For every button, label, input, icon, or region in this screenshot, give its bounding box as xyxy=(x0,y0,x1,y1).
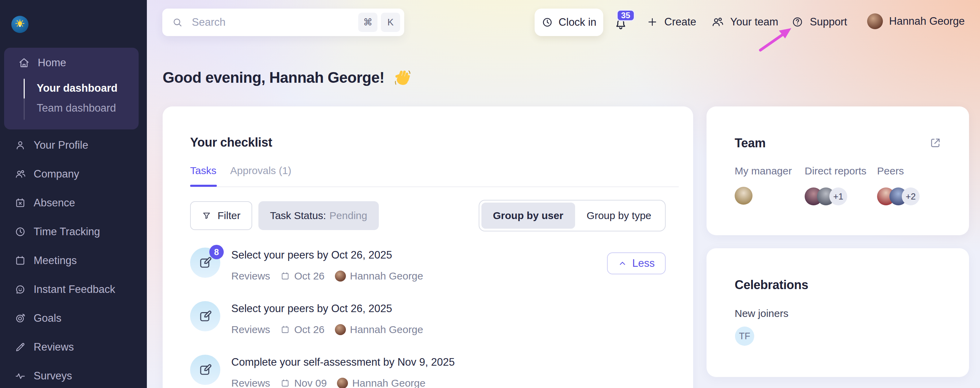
sidebar-nav: Your Profile Company Abs xyxy=(0,131,147,388)
users-icon xyxy=(711,16,724,29)
tab-tasks[interactable]: Tasks xyxy=(190,165,216,177)
dashboard-page: Home Your dashboard Team dashboard Your … xyxy=(0,0,980,388)
my-manager-avatars xyxy=(735,187,805,206)
group-by-user-segment[interactable]: Group by user xyxy=(481,203,575,229)
task-list: 8 Select your peers by Oct 26, 2025 Revi… xyxy=(190,247,666,388)
task-status-label: Task Status: xyxy=(270,210,326,222)
calendar-icon xyxy=(280,378,290,388)
group-by-type-segment[interactable]: Group by type xyxy=(575,203,663,229)
sidebar-item-label: Reviews xyxy=(33,341,74,353)
tabs-divider xyxy=(190,187,679,187)
avatar[interactable] xyxy=(735,187,752,204)
pencil-icon xyxy=(14,341,26,353)
sidebar-home-group: Home Your dashboard Team dashboard xyxy=(4,48,138,129)
task-row: Select your peers by Oct 26, 2025 Review… xyxy=(190,301,666,335)
chevron-up-icon xyxy=(618,259,627,268)
sidebar-item-goals[interactable]: Goals xyxy=(0,304,147,333)
support-button[interactable]: Support xyxy=(791,14,847,30)
celebrations-title: Celebrations xyxy=(735,278,808,292)
peers-more-chip[interactable]: +2 xyxy=(902,187,920,205)
sidebar-item-label: Surveys xyxy=(33,370,72,382)
greeting: Good evening, Hannah George! xyxy=(163,69,411,86)
team-avatar-row: +1 +2 xyxy=(735,187,948,206)
notifications-count-badge[interactable]: 35 xyxy=(617,10,635,21)
subnav-rail-active xyxy=(24,79,25,99)
task-title[interactable]: Select your peers by Oct 26, 2025 xyxy=(231,249,423,261)
task-category: Reviews xyxy=(231,377,270,388)
task-body: Select your peers by Oct 26, 2025 Review… xyxy=(231,247,423,282)
target-icon xyxy=(14,313,26,324)
calendar-icon xyxy=(280,271,290,281)
activity-icon xyxy=(14,370,26,382)
avatar xyxy=(337,378,348,388)
sidebar-item-your-profile[interactable]: Your Profile xyxy=(0,131,147,160)
sidebar-item-time-tracking[interactable]: Time Tracking xyxy=(0,217,147,246)
new-joiner-avatar[interactable]: TF xyxy=(735,327,754,346)
create-button[interactable]: Create xyxy=(646,14,696,30)
sidebar-item-home[interactable]: Home xyxy=(18,53,66,73)
collapse-less-button[interactable]: Less xyxy=(607,252,666,275)
calendar-x-icon xyxy=(14,197,26,209)
edit-square-icon xyxy=(190,355,220,385)
sidebar-item-instant-feedback[interactable]: Instant Feedback xyxy=(0,275,147,304)
direct-reports-more-chip[interactable]: +1 xyxy=(829,187,847,205)
external-link-icon[interactable] xyxy=(929,137,942,149)
sidebar-item-team-dashboard[interactable]: Team dashboard xyxy=(37,99,116,118)
new-joiners-label: New joiners xyxy=(735,308,789,319)
user-icon xyxy=(14,139,26,151)
clock-in-label: Clock in xyxy=(558,16,597,29)
sidebar-item-meetings[interactable]: Meetings xyxy=(0,246,147,275)
avatar xyxy=(867,13,883,29)
task-status-chip[interactable]: Task Status: Pending xyxy=(258,201,379,230)
app-logo[interactable] xyxy=(11,16,29,33)
clock-icon xyxy=(14,226,26,238)
task-status-value: Pending xyxy=(329,210,367,222)
calendar-icon xyxy=(14,255,26,267)
task-title[interactable]: Complete your self-assessment by Nov 9, … xyxy=(231,356,455,369)
clock-in-button[interactable]: Clock in xyxy=(535,9,603,36)
tab-approvals[interactable]: Approvals (1) xyxy=(230,165,291,177)
waving-hand-icon xyxy=(393,69,411,86)
checklist-card: Your checklist Tasks Approvals (1) Filte… xyxy=(163,107,693,388)
sidebar-item-surveys[interactable]: Surveys xyxy=(0,362,147,388)
sidebar-item-reviews[interactable]: Reviews xyxy=(0,333,147,362)
task-meta: Reviews Oct 26 Hannah George xyxy=(231,324,423,335)
celebrations-card: Celebrations New joiners TF xyxy=(706,248,969,377)
user-menu[interactable]: Hannah George xyxy=(867,13,965,30)
task-assignee: Hannah George xyxy=(337,377,425,388)
peers-label: Peers xyxy=(877,165,904,177)
active-tab-indicator xyxy=(190,185,217,187)
search-input[interactable] xyxy=(191,16,355,29)
cmd-key-chip: ⌘ xyxy=(358,13,377,32)
sidebar-item-label: Time Tracking xyxy=(33,225,100,238)
sidebar: Home Your dashboard Team dashboard Your … xyxy=(0,0,147,388)
task-title[interactable]: Select your peers by Oct 26, 2025 xyxy=(231,302,423,315)
task-due-date: Oct 26 xyxy=(294,270,324,282)
sidebar-item-absence[interactable]: Absence xyxy=(0,188,147,217)
users-icon xyxy=(14,168,26,180)
task-body: Complete your self-assessment by Nov 9, … xyxy=(231,355,455,388)
task-assignee-name: Hannah George xyxy=(350,270,423,282)
team-column-labels: My manager Direct reports Peers xyxy=(735,165,948,177)
task-category: Reviews xyxy=(231,324,270,335)
team-card: Team My manager Direct reports Peers +1 xyxy=(706,107,969,235)
sidebar-item-company[interactable]: Company xyxy=(0,160,147,188)
task-assignee-name: Hannah George xyxy=(352,377,425,388)
edit-square-icon xyxy=(190,301,220,331)
sidebar-item-label: Absence xyxy=(33,197,75,209)
edit-square-icon: 8 xyxy=(190,247,220,278)
task-category: Reviews xyxy=(231,270,270,282)
task-due: Oct 26 xyxy=(280,324,324,335)
task-assignee: Hannah George xyxy=(335,270,423,282)
checklist-filter-row: Filter Task Status: Pending Group by use… xyxy=(190,200,666,232)
team-title: Team xyxy=(735,136,765,150)
greeting-text: Good evening, Hannah George! xyxy=(163,69,384,86)
clock-icon xyxy=(541,16,553,28)
plus-icon xyxy=(646,16,658,28)
search-bar: ⌘ K xyxy=(162,9,404,36)
task-assignee: Hannah George xyxy=(335,324,423,335)
filter-button[interactable]: Filter xyxy=(190,201,252,230)
direct-reports-label: Direct reports xyxy=(805,165,877,177)
task-meta: Reviews Nov 09 Hannah George xyxy=(231,377,455,388)
sidebar-item-your-dashboard[interactable]: Your dashboard xyxy=(37,79,117,98)
